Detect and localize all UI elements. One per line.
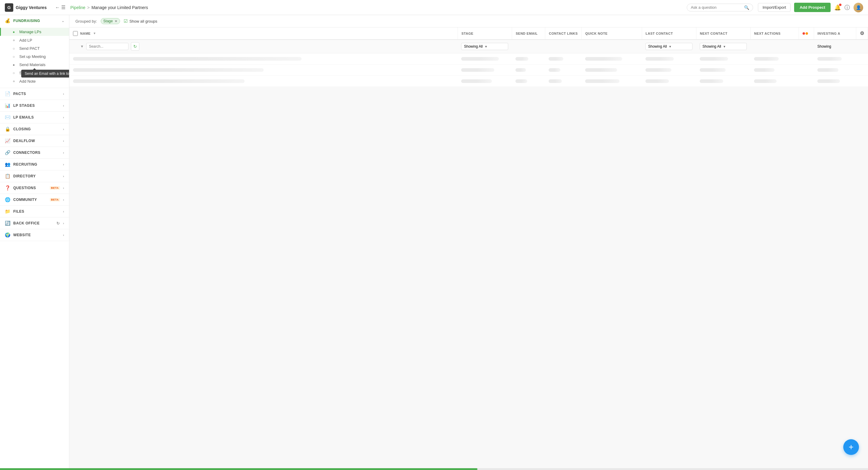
sidebar-section-header-files[interactable]: 📁 FILES › <box>0 206 69 217</box>
th-next-contact: NEXT CONTACT <box>696 27 750 39</box>
directory-icon: 📋 <box>5 174 10 179</box>
investing-filter-value: Showing <box>817 44 831 49</box>
notifications-button[interactable]: 🔔 <box>834 4 841 11</box>
main-layout: 💰 FUNDRAISING ⌄ ● Manage LPs + Add LP ○ … <box>0 15 868 470</box>
files-icon: 📁 <box>5 209 10 214</box>
send-email-label: Send Email <box>19 71 39 75</box>
sidebar-item-add-lp[interactable]: + Add LP <box>0 36 69 44</box>
sidebar-section-header-questions[interactable]: ❓ QUESTIONS BETA › <box>0 182 69 194</box>
search-icon[interactable]: 🔍 <box>744 5 749 10</box>
sidebar-section-header-back-office[interactable]: 🔄 BACK OFFICE ↻ › <box>0 218 69 229</box>
next-contact-chevron: ▼ <box>723 45 726 48</box>
td-next-contact-filter: Showing All ▼ <box>696 39 750 53</box>
td-settings-filter <box>856 39 868 53</box>
stage-select[interactable]: Showing All ▼ <box>461 43 508 50</box>
stage-filter-remove-button[interactable]: ✕ <box>115 19 117 23</box>
stage-filter-tag-label: Stage <box>103 19 113 23</box>
search-area[interactable]: 🔍 <box>687 4 753 11</box>
sidebar-section-directory: 📋 DIRECTORY › <box>0 170 69 182</box>
back-office-refresh-button[interactable]: ↻ <box>56 221 60 226</box>
files-chevron: › <box>63 210 64 213</box>
bottom-progress <box>0 468 477 470</box>
sidebar-section-recruiting: 👥 RECRUITING › <box>0 159 69 170</box>
sidebar-section-header-directory[interactable]: 📋 DIRECTORY › <box>0 170 69 182</box>
sidebar-section-files: 📁 FILES › <box>0 206 69 218</box>
help-button[interactable]: ⓘ <box>844 4 850 11</box>
lp-stages-chevron: › <box>63 104 64 107</box>
sidebar-item-send-materials[interactable]: ● Send Materials Send an Email with a li… <box>0 61 69 69</box>
th-last-contact: LAST CONTACT <box>642 27 696 39</box>
connectors-icon: 🔗 <box>5 150 10 155</box>
send-materials-label: Send Materials <box>19 62 45 67</box>
sidebar-section-header-recruiting[interactable]: 👥 RECRUITING › <box>0 159 69 170</box>
collapse-sidebar-button[interactable]: ← ☰ <box>55 4 65 10</box>
directory-label: DIRECTORY <box>13 174 60 178</box>
th-contact-links: CONTACT LINKS <box>545 27 582 39</box>
td-contact-links-filter <box>545 39 582 53</box>
sidebar-section-header-pacts[interactable]: 📄 PACTs › <box>0 88 69 99</box>
recruiting-icon: 👥 <box>5 162 10 167</box>
th-last-contact-label: LAST CONTACT <box>646 32 673 35</box>
sidebar-section-header-community[interactable]: 🌐 COMMUNITY BETA › <box>0 194 69 206</box>
add-lp-icon: + <box>13 38 17 42</box>
th-quick-note-label: QUICK NOTE <box>585 32 608 35</box>
sidebar-item-add-note[interactable]: + Add Note <box>0 77 69 85</box>
lp-emails-chevron: › <box>63 116 64 119</box>
sidebar-section-header-website[interactable]: 🌍 WEBSITE › <box>0 229 69 241</box>
files-label: FILES <box>13 209 60 214</box>
next-contact-select[interactable]: Showing All ▼ <box>700 43 747 50</box>
select-all-checkbox[interactable] <box>73 31 78 36</box>
bottom-bar <box>0 468 868 470</box>
sidebar-section-header-closing[interactable]: 🔒 CLOSING › <box>0 123 69 135</box>
sidebar-section-back-office: 🔄 BACK OFFICE ↻ › <box>0 218 69 229</box>
table-row <box>69 53 868 65</box>
add-prospect-button[interactable]: Add Prospect <box>794 3 831 12</box>
sidebar-item-send-email[interactable]: ○ Send Email <box>0 69 69 77</box>
website-label: WEBSITE <box>13 233 60 237</box>
expand-all-icon[interactable]: ▼ <box>80 44 84 49</box>
dot-red <box>803 32 805 35</box>
stage-filter-tag[interactable]: Stage ✕ <box>101 18 120 24</box>
th-settings: ⚙ <box>856 27 868 39</box>
show-all-groups-checkbox[interactable]: ☑ <box>124 19 128 24</box>
next-contact-select-value: Showing All <box>703 44 721 49</box>
th-investing-label: INVESTING A <box>818 32 840 35</box>
table-settings-button[interactable]: ⚙ <box>860 31 864 36</box>
search-input[interactable] <box>691 5 742 10</box>
pacts-label: PACTs <box>13 92 60 96</box>
top-nav: G Giggy Ventures ← ☰ Pipeline > Manage y… <box>0 0 868 15</box>
breadcrumb-separator: > <box>87 5 90 10</box>
name-search-refresh-button[interactable]: ↻ <box>131 42 140 51</box>
th-name: NAME ▼ <box>69 27 458 39</box>
logo-icon: G <box>5 3 13 12</box>
sidebar-section-header-fundraising[interactable]: 💰 FUNDRAISING ⌄ <box>0 15 69 27</box>
table-row <box>69 65 868 76</box>
sidebar-item-send-pact[interactable]: ○ Send PACT <box>0 44 69 53</box>
sidebar-section-lp-emails: ✉️ LP Emails › <box>0 112 69 123</box>
name-search-input[interactable] <box>86 43 128 50</box>
import-export-button[interactable]: Import/Export <box>758 3 790 12</box>
avatar[interactable]: 👤 <box>854 3 863 12</box>
breadcrumb-pipeline[interactable]: Pipeline <box>70 5 85 10</box>
name-sort-icon[interactable]: ▼ <box>93 32 96 35</box>
lp-stages-icon: 📊 <box>5 103 10 108</box>
sidebar-section-header-connectors[interactable]: 🔗 CONNECTORS › <box>0 147 69 158</box>
show-all-groups-toggle[interactable]: ☑ Show all groups <box>124 19 157 24</box>
back-office-icon: 🔄 <box>5 221 10 226</box>
fab-button[interactable]: + <box>843 439 859 455</box>
sidebar-item-set-up-meeting[interactable]: ○ Set up Meeting <box>0 53 69 61</box>
sidebar-item-manage-lps[interactable]: ● Manage LPs <box>0 28 69 36</box>
sidebar-section-header-lp-stages[interactable]: 📊 LP Stages › <box>0 100 69 111</box>
last-contact-select[interactable]: Showing All ▼ <box>645 43 692 50</box>
connectors-chevron: › <box>63 151 64 154</box>
questions-chevron: › <box>63 186 64 190</box>
th-quick-note: QUICK NOTE <box>582 27 642 39</box>
sidebar-section-header-lp-emails[interactable]: ✉️ LP Emails › <box>0 112 69 123</box>
company-name: Giggy Ventures <box>16 5 47 10</box>
content-area: Grouped by: Stage ✕ ☑ Show all groups <box>69 15 868 470</box>
table-filter-row: ▼ ↻ Showing All ▼ <box>69 39 868 53</box>
sidebar-section-header-dealflow[interactable]: 📈 DEALFLOW › <box>0 135 69 147</box>
connectors-label: CONNECTORS <box>13 151 60 155</box>
send-pact-label: Send PACT <box>19 46 40 51</box>
send-materials-icon: ● <box>13 63 17 67</box>
